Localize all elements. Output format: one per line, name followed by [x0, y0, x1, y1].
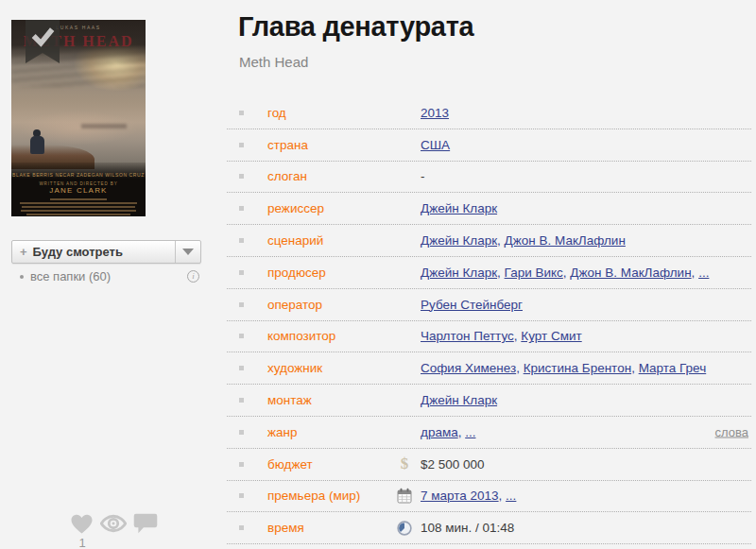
row-bullet-icon [239, 366, 244, 370]
checkmark-icon [30, 25, 56, 50]
poster-person-silhouette [30, 129, 44, 154]
poster-bottom-band: BLAKE BERRIS NECAR ZADEGAN WILSON CRUZ W… [11, 163, 146, 216]
table-row: художник София Хименез, Кристина Брентон… [227, 352, 751, 385]
row-label: художник [267, 361, 421, 375]
table-row: оператор Рубен Стейнберг [227, 289, 751, 321]
row-bullet-icon [239, 430, 244, 435]
value-link[interactable]: Гари Викс [505, 266, 563, 280]
row-value: Чарлтон Петтус, Курт Смит [421, 329, 582, 343]
row-label: жанр [267, 425, 421, 439]
value-text: , [631, 361, 639, 375]
row-bullet-icon [239, 238, 244, 243]
row-bullet-icon [239, 143, 244, 147]
table-row: слоган - [227, 162, 751, 194]
movie-page: LUKAS HAAS METH HEAD BLAKE BERRIS NECAR … [0, 0, 756, 549]
value-link[interactable]: 7 марта 2013 [421, 489, 499, 503]
row-value: 108 мин. / 01:48 [421, 521, 514, 535]
row-value: София Хименез, Кристина Брентон, Марта Г… [421, 361, 706, 375]
row-value: $ $2 500 000 [421, 457, 485, 472]
value-link[interactable]: драма [421, 425, 458, 439]
row-value: 7 марта 2013, ... [421, 489, 516, 503]
table-row: сценарий Джейн Кларк, Джон В. МакЛафлин [227, 225, 751, 257]
comment-icon[interactable] [133, 513, 158, 534]
chevron-down-icon [182, 249, 194, 255]
row-bullet-icon [239, 525, 244, 530]
value-text: - [421, 169, 425, 183]
value-link[interactable]: Кристина Брентон [524, 361, 631, 375]
value-link[interactable]: Джейн Кларк [421, 201, 497, 215]
clock-icon [395, 519, 414, 538]
value-link[interactable]: Джон В. МакЛафлин [570, 266, 691, 280]
table-row: продюсер Джейн Кларк, Гари Викс, Джон В.… [227, 257, 751, 289]
value-link[interactable]: Рубен Стейнберг [421, 298, 523, 312]
row-label: режиссер [267, 201, 421, 215]
value-text: , [692, 266, 699, 280]
plus-icon: + [20, 245, 27, 259]
value-link[interactable]: Джон В. МакЛафлин [505, 233, 626, 248]
value-link[interactable]: Джейн Кларк [421, 233, 497, 248]
value-link[interactable]: ... [506, 489, 516, 503]
row-value: Джейн Кларк, Джон В. МакЛафлин [421, 233, 626, 248]
dollar-icon: $ [395, 455, 414, 473]
page-title: Глава денатурата [238, 11, 473, 43]
value-link[interactable]: США [421, 138, 450, 152]
value-text: , [514, 329, 522, 343]
table-row: бюджет $ $2 500 000 [227, 449, 751, 481]
row-label: год [267, 106, 421, 120]
value-link[interactable]: Чарлтон Петтус [421, 329, 514, 343]
poster-cast: BLAKE BERRIS NECAR ZADEGAN WILSON CRUZ [11, 163, 146, 178]
watch-list-label: Буду смотреть [33, 245, 123, 259]
value-text: , [499, 489, 507, 503]
row-bullet-icon [239, 206, 244, 211]
value-text: , [497, 233, 505, 248]
table-row: премьера (мир) 7 марта 2013, ... [227, 481, 751, 513]
row-value: Джейн Кларк [421, 201, 497, 215]
value-text: , [516, 361, 524, 375]
row-value: драма, ... [421, 425, 475, 439]
table-row: год 2013 [227, 97, 751, 129]
row-label: продюсер [267, 266, 421, 280]
value-link[interactable]: Курт Смит [521, 329, 581, 343]
all-folders-link[interactable]: все папки (60) [30, 269, 111, 283]
row-label: слоган [267, 169, 421, 183]
row-value: Рубен Стейнберг [421, 298, 523, 312]
poster-director: JANE CLARK [11, 186, 146, 195]
original-title: Meth Head [239, 54, 308, 70]
watch-list-button[interactable]: + Буду смотреть [11, 240, 201, 264]
poster-fine-print [11, 198, 146, 215]
row-right-link[interactable]: слова [715, 425, 748, 439]
poster-skyline [81, 124, 127, 129]
row-label: композитор [267, 329, 421, 343]
heart-icon[interactable] [70, 514, 94, 534]
value-text: , [563, 266, 571, 280]
row-bullet-icon [239, 111, 244, 115]
row-label: оператор [267, 298, 421, 312]
row-label: сценарий [267, 233, 421, 248]
row-value: Джейн Кларк [421, 393, 497, 407]
bullet-icon [20, 275, 24, 279]
row-value: Джейн Кларк, Гари Викс, Джон В. МакЛафли… [421, 266, 709, 280]
row-label: страна [267, 138, 421, 152]
row-bullet-icon [239, 334, 244, 338]
movie-info-table: год 2013 страна США слоган - режиссер [227, 97, 751, 544]
value-link[interactable]: ... [465, 425, 475, 439]
row-value: 2013 [421, 106, 449, 120]
like-count: 1 [70, 536, 94, 549]
value-link[interactable]: Джейн Кларк [421, 393, 497, 407]
value-link[interactable]: 2013 [421, 106, 449, 120]
value-link[interactable]: ... [698, 266, 709, 280]
value-text: 108 мин. / 01:48 [421, 521, 514, 535]
watch-list-dropdown-toggle[interactable] [175, 241, 200, 263]
info-icon[interactable]: i [187, 270, 199, 283]
value-link[interactable]: София Хименез [421, 361, 516, 375]
eye-icon[interactable] [100, 514, 127, 533]
movie-poster[interactable]: LUKAS HAAS METH HEAD BLAKE BERRIS NECAR … [11, 20, 146, 216]
table-row: время 108 мин. / 01:48 [227, 512, 751, 544]
row-bullet-icon [239, 462, 244, 467]
row-value: - [421, 169, 425, 183]
value-link[interactable]: Марта Греч [639, 361, 707, 375]
table-row: композитор Чарлтон Петтус, Курт Смит [227, 321, 751, 353]
value-link[interactable]: Джейн Кларк [421, 266, 497, 280]
value-text: , [458, 425, 466, 439]
social-icons-row [70, 513, 158, 534]
